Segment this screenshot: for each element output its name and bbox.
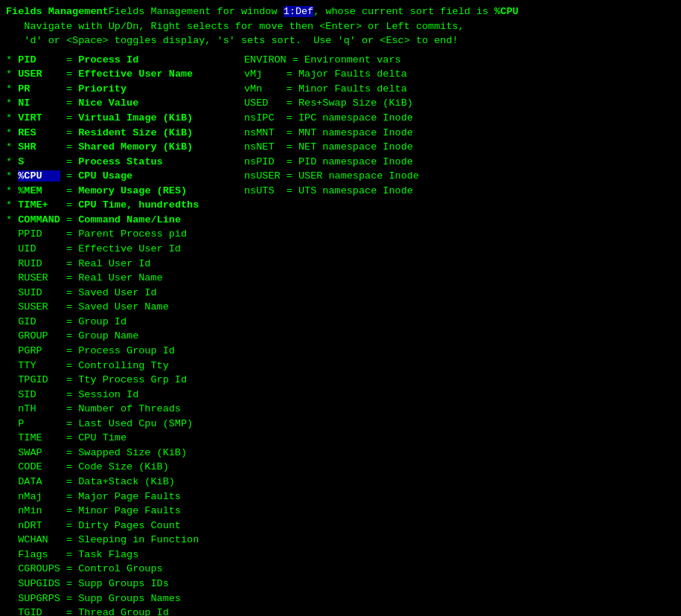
field-line: TTY = Controlling Tty [6, 359, 244, 373]
field-line: TGID = Thread Group Id [6, 606, 244, 616]
field-line: * PID = Process Id [6, 53, 244, 68]
field-line: nDRT = Dirty Pages Count [6, 519, 244, 533]
field-right-line: nsNET = NET namespace Inode [244, 140, 527, 155]
field-right-line: nsMNT = MNT namespace Inode [244, 126, 527, 141]
field-right-line: vMn = Minor Faults delta [244, 82, 527, 97]
field-line: DATA = Data+Stack (KiB) [6, 475, 244, 490]
field-right-line: nsPID = PID namespace Inode [244, 155, 527, 170]
field-line: * S = Process Status [6, 155, 244, 170]
field-line: GROUP = Group Name [6, 329, 244, 344]
field-line: * SHR = Shared Memory (KiB) [6, 140, 244, 155]
field-right-line: nsIPC = IPC namespace Inode [244, 111, 527, 126]
field-line: * COMMAND = Command Name/Line [6, 213, 244, 228]
field-line: * %CPU = CPU Usage [6, 169, 244, 184]
field-line: TIME = CPU Time [6, 431, 244, 446]
field-line: P = Last Used Cpu (SMP) [6, 417, 244, 431]
field-line: SWAP = Swapped Size (KiB) [6, 446, 244, 461]
field-line: SUPGRPS = Supp Groups Names [6, 591, 244, 606]
sort-field: %CPU [494, 6, 518, 17]
header-title-bold: Fields Management [6, 6, 109, 17]
fields-right-column: ENVIRON = Environment varsvMj = Major Fa… [244, 53, 527, 616]
field-right-line: nsUSER = USER namespace Inode [244, 169, 527, 184]
field-line: TPGID = Tty Process Grp Id [6, 373, 244, 388]
fields-container: * PID = Process Id* USER = Effective Use… [6, 53, 675, 616]
field-line: SUSER = Saved User Name [6, 300, 244, 315]
field-line: PGRP = Process Group Id [6, 344, 244, 359]
header-line2: Navigate with Up/Dn, Right selects for m… [6, 19, 675, 34]
field-line: CODE = Code Size (KiB) [6, 460, 244, 475]
field-line: nMaj = Major Page Faults [6, 490, 244, 504]
field-line: * RES = Resident Size (KiB) [6, 126, 244, 141]
fields-management-screen: Fields ManagementFields Management for w… [6, 4, 675, 616]
field-right-line: USED = Res+Swap Size (KiB) [244, 96, 527, 111]
field-line: GID = Group Id [6, 315, 244, 330]
field-line: SUPGIDS = Supp Groups IDs [6, 577, 244, 591]
field-line: PPID = Parent Process pid [6, 227, 244, 242]
field-line: * USER = Effective User Name [6, 67, 244, 82]
field-line: CGROUPS = Control Groups [6, 562, 244, 577]
field-line: WCHAN = Sleeping in Function [6, 533, 244, 548]
field-line: SUID = Saved User Id [6, 286, 244, 301]
field-line: * NI = Nice Value [6, 96, 244, 111]
field-line: * VIRT = Virtual Image (KiB) [6, 111, 244, 126]
field-line: RUSER = Real User Name [6, 271, 244, 286]
field-line: * TIME+ = CPU Time, hundredths [6, 198, 244, 213]
field-line: * %MEM = Memory Usage (RES) [6, 184, 244, 199]
field-right-line: nsUTS = UTS namespace Inode [244, 184, 527, 199]
field-line: * PR = Priority [6, 82, 244, 97]
field-right-line: vMj = Major Faults delta [244, 67, 527, 82]
field-right-line: ENVIRON = Environment vars [244, 53, 527, 68]
field-line: nTH = Number of Threads [6, 402, 244, 417]
field-line: nMin = Minor Page Faults [6, 504, 244, 519]
window-def-highlight: 1:Def [284, 6, 314, 17]
header-line3: 'd' or <Space> toggles display, 's' sets… [6, 33, 675, 48]
header-line1: Fields ManagementFields Management for w… [6, 4, 675, 19]
field-line: Flags = Task Flags [6, 548, 244, 562]
fields-left-column: * PID = Process Id* USER = Effective Use… [6, 53, 244, 616]
field-line: SID = Session Id [6, 388, 244, 402]
field-line: UID = Effective User Id [6, 242, 244, 257]
field-line: RUID = Real User Id [6, 257, 244, 272]
